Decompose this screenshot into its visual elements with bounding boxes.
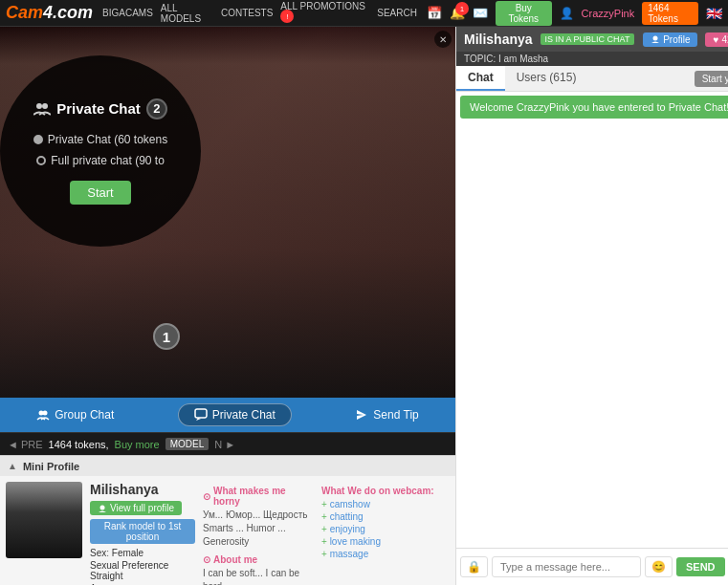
nav-all-promotions[interactable]: ALL PROMOTIONS ! bbox=[280, 1, 369, 25]
token-balance-nav: 1464 Tokens bbox=[642, 2, 698, 25]
top-navigation: Cam4.com BIGACAMS ALL MODELS CONTESTS AL… bbox=[0, 0, 728, 27]
user-avatar-nav: 👤 bbox=[560, 7, 574, 20]
svg-point-1 bbox=[42, 103, 48, 109]
nav-all-models[interactable]: ALL MODELS bbox=[161, 3, 213, 24]
radio-option-1[interactable] bbox=[33, 135, 43, 144]
group-chat-label: Group Chat bbox=[55, 408, 114, 422]
buy-more-link[interactable]: Buy more bbox=[115, 439, 160, 450]
private-chat-option-2[interactable]: Full private chat (90 to bbox=[36, 154, 165, 167]
token-bar: ◄ PRE 1464 tokens, Buy more MODEL N ► bbox=[0, 432, 455, 455]
lock-icon-button[interactable]: 🔒 bbox=[460, 556, 488, 577]
model-avatar bbox=[6, 482, 82, 558]
svg-point-5 bbox=[100, 505, 105, 509]
step-badge-2: 2 bbox=[146, 98, 167, 119]
nav-right: 📅 🔔1 ✉️ Buy Tokens 👤 CrazzyPink 1464 Tok… bbox=[427, 1, 722, 26]
topic-bar: TOPIC: I am Masha bbox=[456, 52, 728, 66]
controls-bar: Group Chat Private Chat Send Tip bbox=[0, 398, 455, 432]
svg-point-3 bbox=[43, 411, 48, 416]
private-chat-option-1[interactable]: Private Chat (60 tokens bbox=[33, 133, 167, 146]
chat-tabs: Chat Users (615) Start your webcam bbox=[456, 66, 728, 92]
profile-icon bbox=[98, 504, 107, 513]
private-chat-menu-title: Private Chat 2 bbox=[33, 98, 167, 119]
message-icon[interactable]: ✉️ bbox=[473, 6, 488, 20]
nav-bigacams[interactable]: BIGACAMS bbox=[102, 8, 153, 18]
sexual-pref-detail: Sexual Preference Straight bbox=[90, 560, 195, 581]
video-placeholder: Private Chat 2 Private Chat (60 tokens F… bbox=[0, 27, 455, 398]
send-tip-label: Send Tip bbox=[373, 408, 418, 422]
about-text: I can be soft... I can be hard... bbox=[203, 567, 308, 585]
group-chat-button[interactable]: Group Chat bbox=[27, 404, 123, 425]
private-chat-icon bbox=[194, 408, 208, 422]
private-chat-overlay: Private Chat 2 Private Chat (60 tokens F… bbox=[0, 55, 201, 247]
webcam-item-4[interactable]: love making bbox=[321, 536, 444, 547]
about-title: ⊙ About me bbox=[203, 554, 308, 565]
webcam-title: What We do on webcam: bbox=[321, 486, 444, 496]
language-flag[interactable]: 🇬🇧 bbox=[706, 6, 722, 21]
chat-panel: Milishanya IS IN A PUBLIC CHAT Profile ♥… bbox=[455, 27, 728, 585]
webcam-section: What We do on webcam: camshow chatting e… bbox=[316, 482, 450, 579]
profile-center: ⊙ What makes me horny Ум... Юмор... Щедр… bbox=[195, 482, 316, 579]
model-label-bar: MODEL bbox=[165, 438, 210, 450]
chat-model-header: Milishanya IS IN A PUBLIC CHAT Profile ♥… bbox=[456, 27, 728, 52]
model-name-chat: Milishanya bbox=[464, 32, 533, 47]
model-name-profile: Milishanya bbox=[90, 482, 195, 497]
about-section: ⊙ About me I can be soft... I can be har… bbox=[203, 554, 308, 585]
makes-horny-section: ⊙ What makes me horny Ум... Юмор... Щедр… bbox=[203, 486, 308, 549]
lovers-button[interactable]: ♥ 42762 Lovers bbox=[705, 32, 728, 47]
nav-search[interactable]: SEARCH bbox=[377, 8, 417, 18]
radio-option-2[interactable] bbox=[36, 156, 46, 165]
svg-point-0 bbox=[36, 103, 42, 109]
step-badge-1: 1 bbox=[153, 323, 180, 350]
token-bar-next[interactable]: N ► bbox=[214, 439, 235, 450]
notif-badge: 1 bbox=[455, 2, 469, 15]
webcam-item-5[interactable]: massage bbox=[321, 549, 444, 559]
start-webcam-button[interactable]: Start your webcam bbox=[695, 71, 728, 87]
buy-tokens-button[interactable]: Buy Tokens bbox=[496, 1, 552, 26]
view-full-profile-button[interactable]: View full profile bbox=[90, 501, 182, 515]
private-chat-label: Private Chat bbox=[212, 408, 276, 422]
notification-icon[interactable]: 🔔1 bbox=[450, 6, 465, 20]
tab-chat[interactable]: Chat bbox=[456, 66, 505, 91]
private-chat-button[interactable]: Private Chat bbox=[178, 403, 292, 426]
video-wrapper: Private Chat 2 Private Chat (60 tokens F… bbox=[0, 27, 455, 398]
people-icon bbox=[33, 100, 51, 118]
rank-model-button[interactable]: Rank model to 1st position bbox=[90, 519, 195, 544]
nav-links: BIGACAMS ALL MODELS CONTESTS ALL PROMOTI… bbox=[102, 1, 417, 25]
mini-profile-toggle[interactable]: ▲ bbox=[8, 461, 17, 471]
svg-point-6 bbox=[653, 36, 658, 41]
stream-area: Private Chat 2 Private Chat (60 tokens F… bbox=[0, 27, 455, 585]
svg-rect-4 bbox=[195, 409, 207, 418]
send-button[interactable]: SEND bbox=[676, 557, 725, 576]
nav-contests[interactable]: CONTESTS bbox=[221, 8, 273, 18]
chat-message-input[interactable] bbox=[492, 556, 641, 577]
webcam-item-3[interactable]: enjoying bbox=[321, 524, 444, 534]
video-minimize-button[interactable]: ✕ bbox=[434, 31, 452, 48]
main-container: Private Chat 2 Private Chat (60 tokens F… bbox=[0, 27, 728, 585]
mini-profile-label: Mini Profile bbox=[23, 461, 79, 472]
site-logo[interactable]: Cam4.com bbox=[6, 3, 93, 23]
mini-profile-bar: ▲ Mini Profile bbox=[0, 455, 455, 476]
logo-suffix: 4.com bbox=[43, 3, 93, 22]
webcam-list: camshow chatting enjoying love making ma… bbox=[321, 499, 444, 559]
profile-btn-icon bbox=[651, 34, 660, 44]
username-nav[interactable]: CrazzyPink bbox=[582, 8, 635, 19]
tab-users[interactable]: Users (615) bbox=[505, 66, 588, 91]
promotions-badge: ! bbox=[280, 10, 294, 23]
start-private-chat-button[interactable]: Start bbox=[70, 181, 130, 205]
webcam-item-1[interactable]: camshow bbox=[321, 499, 444, 509]
chat-input-area: 🔒 😊 SEND PRIVATE MESSAGE bbox=[456, 548, 728, 585]
makes-horny-title: ⊙ What makes me horny bbox=[203, 486, 308, 507]
chat-messages-area bbox=[456, 122, 728, 548]
avatar-image bbox=[6, 482, 82, 558]
emoji-button[interactable]: 😊 bbox=[645, 556, 673, 577]
welcome-message: Welcome CrazzyPink you have entered to P… bbox=[460, 96, 728, 119]
profile-button[interactable]: Profile bbox=[643, 32, 697, 47]
send-tip-icon bbox=[355, 408, 368, 422]
profile-info: Milishanya View full profile Rank model … bbox=[82, 482, 195, 579]
calendar-icon[interactable]: 📅 bbox=[427, 6, 442, 20]
logo-text: Cam bbox=[6, 3, 43, 22]
profile-section: Milishanya View full profile Rank model … bbox=[0, 476, 455, 585]
webcam-item-2[interactable]: chatting bbox=[321, 511, 444, 522]
token-bar-prev[interactable]: ◄ PRE bbox=[8, 439, 43, 450]
send-tip-button[interactable]: Send Tip bbox=[345, 404, 428, 425]
